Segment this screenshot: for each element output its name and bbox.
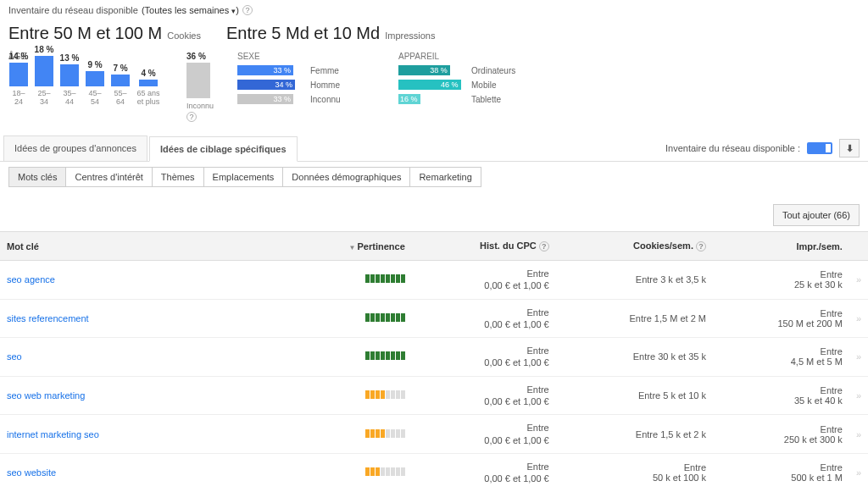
sub-tab[interactable]: Thèmes (152, 167, 204, 187)
age-pct: 9 % (87, 60, 102, 69)
age-pct: 13 % (60, 53, 80, 63)
chevron-right-icon[interactable]: » (856, 313, 861, 323)
hbar-row: 38 % Ordinateurs (398, 64, 542, 76)
cookies-unit: Cookies (167, 30, 201, 41)
table-row: seo Entre0,00 € et 1,00 € Entre 30 k et … (0, 338, 868, 377)
help-icon[interactable]: ? (539, 241, 549, 252)
age-pct: 18 % (35, 45, 54, 54)
table-row: seo website Entre0,00 € et 1,00 € Entre5… (0, 453, 868, 492)
age-bar-col: 14 % 18–24 (8, 52, 29, 107)
col-relevance[interactable]: ▼Pertinence (291, 232, 412, 261)
sub-tab[interactable]: Remarketing (409, 167, 481, 187)
impr-value: Entre500 k et 1 M (713, 453, 849, 492)
hbar-label: Ordinateurs (471, 66, 515, 75)
age-bar-col: 18 % 25–34 (34, 45, 54, 107)
help-icon[interactable]: ? (242, 5, 253, 15)
download-icon: ⬇ (846, 143, 854, 154)
help-icon[interactable]: ? (186, 112, 197, 122)
age-category: 25–34 (34, 90, 54, 107)
keyword-link[interactable]: seo website (7, 467, 56, 478)
keyword-link[interactable]: seo agence (7, 274, 55, 285)
relevance-bar (365, 429, 405, 438)
cpc-prefix: Entre (419, 268, 549, 279)
cookies-value: Entre 1,5 k et 2 k (556, 415, 713, 454)
age-pct: 7 % (113, 64, 127, 73)
age-bar (9, 63, 28, 86)
main-tabs: Idées de groupes d'annoncesIdées de cibl… (0, 135, 868, 162)
keyword-link[interactable]: seo (7, 351, 22, 362)
table-row: internet marketing seo Entre0,00 € et 1,… (0, 415, 868, 454)
keyword-link[interactable]: internet marketing seo (7, 429, 99, 439)
cookies-value: Entre50 k et 100 k (556, 453, 713, 492)
cpc-range: 0,00 € et 1,00 € (484, 435, 548, 445)
hbar-row: 46 % Mobile (398, 79, 542, 91)
hbar-fill: 34 % (237, 80, 295, 90)
age-category: 65 ans et plus (136, 90, 161, 107)
inventory-label: Inventaire du réseau disponible (8, 5, 138, 15)
cpc-range: 0,00 € et 1,00 € (484, 396, 548, 406)
unknown-label: Inconnu (186, 102, 220, 110)
cpc-prefix: Entre (419, 307, 549, 318)
age-bar (139, 80, 158, 86)
sort-desc-icon: ▼ (349, 244, 356, 252)
sub-tab[interactable]: Emplacements (203, 167, 284, 187)
hbar-row: 16 % Tablette (398, 93, 542, 105)
charts-row: ÂGE 14 % 18–2418 % 25–3413 % 35–449 % 45… (0, 52, 868, 132)
chevron-right-icon[interactable]: » (856, 467, 861, 478)
hbar-fill: 38 % (398, 65, 450, 75)
chevron-right-icon[interactable]: » (856, 390, 861, 401)
chevron-right-icon[interactable]: » (856, 429, 861, 439)
cpc-range: 0,00 € et 1,00 € (484, 319, 548, 329)
keyword-link[interactable]: sites referencement (7, 313, 89, 323)
impr-value: Entre35 k et 40 k (713, 376, 849, 415)
main-tab[interactable]: Idées de ciblage spécifiques (149, 136, 298, 162)
hbar-label: Femme (310, 66, 339, 75)
cpc-prefix: Entre (419, 461, 549, 473)
cpc-range: 0,00 € et 1,00 € (484, 280, 548, 290)
age-bar (111, 75, 130, 86)
download-button[interactable]: ⬇ (839, 139, 860, 158)
chevron-right-icon[interactable]: » (856, 274, 861, 285)
impr-value: Entre25 k et 30 k (713, 261, 849, 300)
hbar-fill: 33 % (237, 94, 293, 104)
device-chart-label: APPAREIL (398, 52, 542, 61)
cpc-range: 0,00 € et 1,00 € (484, 473, 548, 484)
hbar-row: 33 % Inconnu (237, 93, 381, 105)
sex-chart-label: SEXE (237, 52, 381, 61)
col-cpc[interactable]: Hist. du CPC ? (412, 232, 556, 261)
col-cookies[interactable]: Cookies/sem. ? (556, 232, 713, 261)
help-icon[interactable]: ? (696, 241, 706, 252)
hbar-label: Homme (310, 80, 340, 90)
age-bar-col: 9 % 45–54 (85, 60, 105, 107)
sub-tabs: Mots clésCentres d'intérêtThèmesEmplacem… (0, 162, 868, 192)
inventory-header: Inventaire du réseau disponible (Toutes … (0, 0, 868, 20)
relevance-bar (365, 390, 405, 399)
age-chart: ÂGE 14 % 18–2418 % 25–3413 % 35–449 % 45… (8, 52, 170, 107)
sub-tab[interactable]: Mots clés (8, 167, 66, 187)
col-impr[interactable]: Impr./sem. (713, 232, 849, 261)
col-keyword[interactable]: Mot clé (0, 232, 291, 261)
hbar-fill: 16 % (398, 94, 420, 104)
frequency-dropdown[interactable]: (Toutes les semaines ▾) (142, 5, 239, 15)
sub-tab[interactable]: Données démographiques (282, 167, 410, 187)
sub-tab[interactable]: Centres d'intérêt (65, 167, 152, 187)
cpc-prefix: Entre (419, 384, 549, 395)
add-all-button[interactable]: Tout ajouter (66) (773, 204, 860, 226)
relevance-bar (365, 467, 405, 476)
hbar-label: Tablette (471, 95, 501, 104)
age-category: 18–24 (8, 90, 29, 107)
chevron-right-icon[interactable]: » (856, 351, 861, 362)
age-category: 55–64 (110, 90, 131, 107)
inventory-toggle[interactable] (807, 142, 832, 154)
inventory-toggle-area: Inventaire du réseau disponible : ⬇ (665, 139, 865, 158)
keyword-link[interactable]: seo web marketing (7, 390, 85, 401)
metrics-row: Entre 50 M et 100 M Cookies Entre 5 Md e… (0, 20, 868, 52)
impr-value: Entre250 k et 300 k (713, 415, 849, 454)
table-row: sites referencement Entre0,00 € et 1,00 … (0, 299, 868, 338)
cookies-value: Entre 5 k et 10 k (556, 376, 713, 415)
main-tab[interactable]: Idées de groupes d'annonces (3, 135, 147, 161)
age-category: 45–54 (85, 90, 105, 107)
cookies-value: Entre 50 M et 100 M (8, 24, 162, 43)
age-pct: 14 % (9, 52, 29, 61)
device-chart: APPAREIL 38 % Ordinateurs46 % Mobile16 %… (398, 52, 542, 108)
